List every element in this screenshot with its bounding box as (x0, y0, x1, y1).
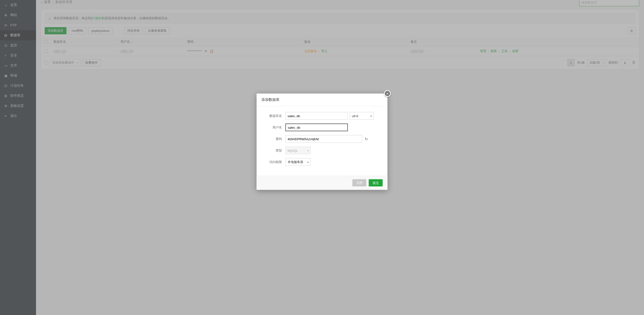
modal-overlay[interactable] (0, 0, 644, 70)
